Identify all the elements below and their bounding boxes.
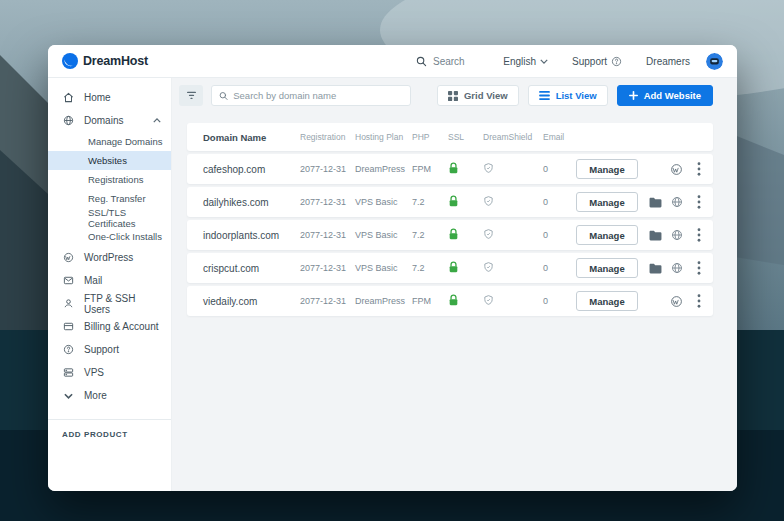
- sidebar-item-ssl-certificates[interactable]: SSL/TLS Certificates: [48, 208, 171, 227]
- sidebar-item-registrations[interactable]: Registrations: [48, 170, 171, 189]
- sidebar-item-label: FTP & SSH Users: [84, 293, 161, 315]
- email-count: 0: [543, 164, 576, 174]
- globe-icon[interactable]: [671, 196, 683, 208]
- sidebar-item-reg-transfer[interactable]: Reg. Transfer: [48, 189, 171, 208]
- add-product-link[interactable]: ADD PRODUCT: [48, 430, 171, 439]
- sidebar-subitem-label: Reg. Transfer: [88, 193, 146, 204]
- column-header: Registration: [300, 132, 355, 142]
- php-version: FPM: [412, 164, 448, 174]
- table-row: crispcut.com 2077-12-31 VPS Basic 7.2 0 …: [187, 253, 713, 283]
- sidebar-item-ftp-ssh-users[interactable]: FTP & SSH Users: [48, 292, 171, 315]
- manage-button[interactable]: Manage: [576, 192, 638, 212]
- table-body: cafeshop.com 2077-12-31 DreamPress FPM 0…: [187, 154, 713, 316]
- dreamhost-logo[interactable]: DreamHost: [62, 53, 148, 69]
- plus-icon: [629, 91, 638, 100]
- sidebar-item-more[interactable]: More: [48, 384, 171, 407]
- sidebar-subitem-label: Registrations: [88, 174, 143, 185]
- grid-view-label: Grid View: [464, 90, 508, 101]
- domain-search-input[interactable]: [233, 90, 403, 101]
- ssl-lock-icon: [448, 226, 483, 244]
- domain-name-link[interactable]: dailyhikes.com: [203, 197, 300, 208]
- global-search-input[interactable]: [433, 56, 563, 67]
- sidebar-item-mail[interactable]: Mail: [48, 269, 171, 292]
- sidebar-item-support[interactable]: Support: [48, 338, 171, 361]
- registration-date: 2077-12-31: [300, 164, 355, 174]
- main-content: Grid View List View Add Website: [172, 78, 737, 491]
- add-website-button[interactable]: Add Website: [617, 85, 713, 106]
- list-icon: [539, 91, 550, 100]
- globe-icon: [62, 115, 74, 126]
- kebab-menu-icon[interactable]: [683, 195, 701, 209]
- sidebar-item-websites[interactable]: Websites: [48, 151, 171, 170]
- manage-button[interactable]: Manage: [576, 225, 638, 245]
- sidebar-subitem-label: SSL/TLS Certificates: [88, 207, 171, 229]
- sidebar-item-manage-domains[interactable]: Manage Domains: [48, 132, 171, 151]
- hosting-plan: DreamPress: [355, 164, 412, 174]
- wordpress-site-icon[interactable]: [670, 163, 683, 176]
- sidebar-item-home[interactable]: Home: [48, 86, 171, 109]
- sidebar-item-label: WordPress: [84, 252, 133, 263]
- filter-button[interactable]: [179, 85, 203, 106]
- php-version: 7.2: [412, 197, 448, 207]
- folder-icon[interactable]: [649, 197, 662, 208]
- sidebar-item-wordpress[interactable]: WordPress: [48, 246, 171, 269]
- registration-date: 2077-12-31: [300, 296, 355, 306]
- column-header: Hosting Plan: [355, 132, 412, 142]
- dreamshield-icon: [483, 160, 543, 178]
- sidebar-item-vps[interactable]: VPS: [48, 361, 171, 384]
- mail-icon: [62, 275, 74, 286]
- global-search[interactable]: [416, 45, 563, 78]
- domain-name-link[interactable]: crispcut.com: [203, 263, 300, 274]
- support-label: Support: [572, 56, 607, 67]
- domain-name-link[interactable]: indoorplants.com: [203, 230, 300, 241]
- globe-icon[interactable]: [671, 229, 683, 241]
- kebab-menu-icon[interactable]: [683, 162, 701, 176]
- sidebar-item-label: Domains: [84, 115, 123, 126]
- websites-table: Domain Name Registration Hosting Plan PH…: [187, 123, 713, 319]
- kebab-menu-icon[interactable]: [683, 294, 701, 308]
- sidebar-item-one-click-installs[interactable]: One-Click Installs: [48, 227, 171, 246]
- dreamshield-icon: [483, 193, 543, 211]
- ssl-lock-icon: [448, 160, 483, 178]
- folder-icon[interactable]: [649, 263, 662, 274]
- account-menu[interactable]: Dreamers: [638, 56, 698, 67]
- chevron-up-icon: [153, 118, 161, 123]
- add-website-label: Add Website: [644, 90, 701, 101]
- manage-button[interactable]: Manage: [576, 258, 638, 278]
- user-avatar[interactable]: [706, 53, 723, 70]
- hosting-plan: VPS Basic: [355, 230, 412, 240]
- folder-icon[interactable]: [649, 230, 662, 241]
- domain-name-link[interactable]: viedaily.com: [203, 296, 300, 307]
- filter-icon: [186, 91, 197, 100]
- sidebar-item-billing-account[interactable]: Billing & Account: [48, 315, 171, 338]
- domain-name-link[interactable]: cafeshop.com: [203, 164, 300, 175]
- manage-button[interactable]: Manage: [576, 291, 638, 311]
- wordpress-icon: [62, 252, 74, 263]
- grid-view-button[interactable]: Grid View: [437, 85, 519, 106]
- registration-date: 2077-12-31: [300, 197, 355, 207]
- wordpress-site-icon[interactable]: [670, 295, 683, 308]
- hosting-plan: VPS Basic: [355, 263, 412, 273]
- user-icon: [62, 298, 74, 309]
- column-header: PHP: [412, 132, 448, 142]
- manage-button[interactable]: Manage: [576, 159, 638, 179]
- sidebar: Home Domains Manage Domains Websites Reg…: [48, 78, 172, 491]
- files-icons: [649, 262, 683, 274]
- registration-date: 2077-12-31: [300, 263, 355, 273]
- sidebar-item-label: Support: [84, 344, 119, 355]
- domain-search[interactable]: [211, 85, 411, 106]
- php-version: 7.2: [412, 263, 448, 273]
- list-view-button[interactable]: List View: [528, 85, 608, 106]
- sidebar-subitem-label: Manage Domains: [88, 136, 162, 147]
- sidebar-item-domains[interactable]: Domains: [48, 109, 171, 132]
- table-row: dailyhikes.com 2077-12-31 VPS Basic 7.2 …: [187, 187, 713, 217]
- app-window: DreamHost English Support Dreamers: [48, 45, 737, 491]
- globe-icon[interactable]: [671, 262, 683, 274]
- files-icons: [649, 229, 683, 241]
- sidebar-subitem-label: Websites: [88, 155, 127, 166]
- support-menu[interactable]: Support: [564, 56, 630, 67]
- help-circle-icon: [62, 344, 74, 355]
- kebab-menu-icon[interactable]: [683, 261, 701, 275]
- chevron-down-icon: [62, 393, 74, 399]
- kebab-menu-icon[interactable]: [683, 228, 701, 242]
